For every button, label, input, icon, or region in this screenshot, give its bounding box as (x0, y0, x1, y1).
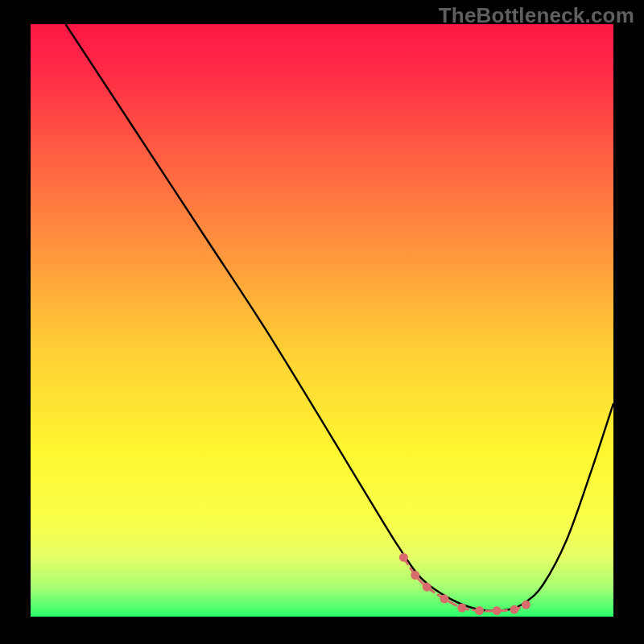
watermark-text: TheBottleneck.com (439, 3, 634, 28)
svg-point-6 (493, 606, 502, 615)
svg-point-1 (411, 571, 419, 580)
svg-point-8 (522, 601, 530, 609)
chart-svg (0, 0, 644, 644)
svg-point-7 (510, 605, 518, 614)
svg-point-4 (457, 604, 466, 613)
plot-background (31, 24, 613, 617)
svg-point-2 (423, 583, 431, 592)
svg-point-0 (399, 553, 408, 562)
svg-point-5 (475, 606, 484, 615)
chart-frame: TheBottleneck.com (0, 0, 644, 644)
svg-point-3 (440, 594, 449, 603)
